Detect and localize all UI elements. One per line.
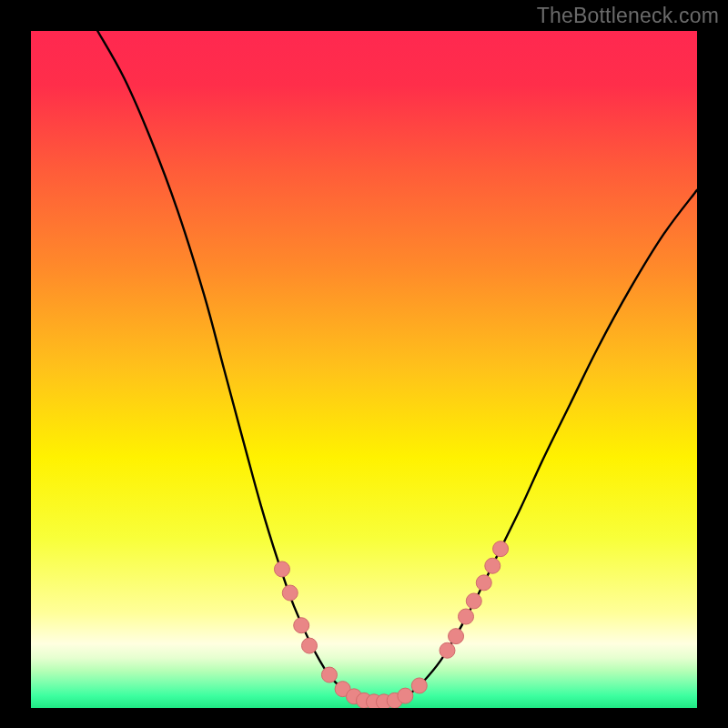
marker-dot (440, 642, 455, 658)
marker-dot (459, 609, 474, 624)
marker-dot (294, 618, 309, 633)
plot-area (31, 31, 697, 708)
watermark-text: TheBottleneck.com (537, 4, 719, 28)
marker-dot (274, 561, 289, 577)
marker-dot (449, 629, 464, 644)
marker-dot (321, 667, 337, 682)
chart-container: TheBottleneck.com (0, 0, 728, 728)
marker-dot (485, 558, 500, 573)
marker-dot (398, 688, 413, 703)
marker-dot (466, 593, 481, 609)
marker-dot (476, 575, 491, 591)
chart-svg (31, 31, 697, 708)
marker-dot (282, 585, 298, 601)
gradient-background (31, 31, 697, 708)
marker-dot (493, 541, 509, 557)
marker-dot (411, 678, 427, 693)
marker-dot (301, 638, 317, 653)
